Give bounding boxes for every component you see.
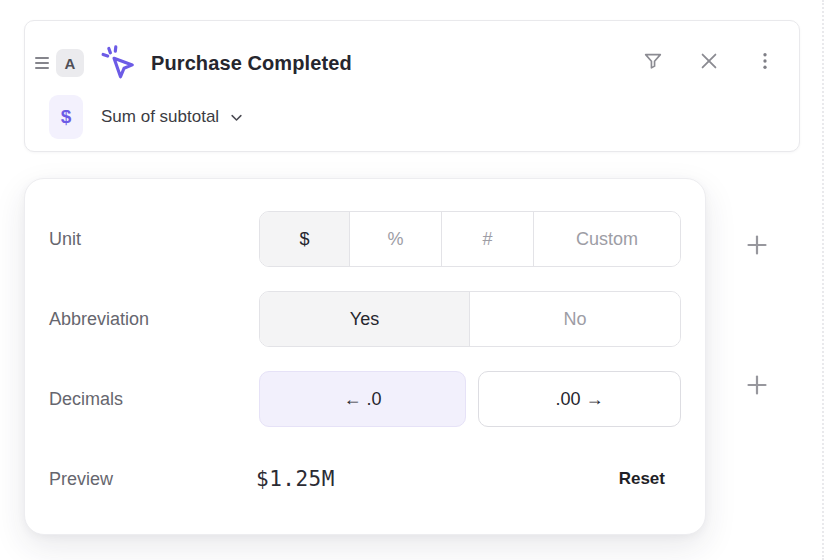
abbreviation-option-no[interactable]: No — [470, 292, 680, 346]
metric-unit-symbol: $ — [61, 106, 72, 128]
event-group-label: A — [65, 55, 76, 72]
kebab-menu-icon[interactable] — [749, 45, 781, 77]
metric-label: Sum of subtotal — [101, 107, 219, 127]
metric-unit-badge: $ — [49, 95, 83, 139]
event-card: A Purchase Completed — [24, 20, 800, 152]
decimals-row-label: Decimals — [49, 371, 123, 427]
event-group-badge: A — [56, 49, 84, 77]
chevron-down-icon — [229, 110, 244, 125]
filter-funnel-icon[interactable] — [637, 45, 669, 77]
number-format-panel: Unit $ % # Custom Abbreviation Yes No De… — [24, 178, 706, 535]
unit-option-percent[interactable]: % — [350, 212, 442, 266]
abbreviation-segmented-control: Yes No — [259, 291, 681, 347]
unit-option-custom[interactable]: Custom — [534, 212, 680, 266]
metric-row: $ Sum of subtotal — [49, 95, 244, 139]
page-edge-dotted-divider — [822, 0, 824, 560]
drag-handle-icon[interactable] — [35, 54, 49, 73]
cursor-click-icon — [99, 44, 137, 82]
preview-row-label: Preview — [49, 469, 113, 490]
unit-row-label: Unit — [49, 211, 81, 267]
decimals-decrease-button[interactable]: ← .0 — [259, 371, 466, 427]
unit-option-dollar[interactable]: $ — [260, 212, 350, 266]
preview-value: $1.25M — [256, 467, 335, 491]
reset-button[interactable]: Reset — [619, 469, 665, 489]
metric-selector[interactable]: Sum of subtotal — [101, 107, 244, 127]
close-icon[interactable] — [693, 45, 725, 77]
plus-icon — [745, 233, 769, 257]
preview-row: Preview $1.25M Reset — [49, 467, 665, 491]
abbreviation-row-label: Abbreviation — [49, 291, 149, 347]
abbreviation-option-yes[interactable]: Yes — [260, 292, 470, 346]
unit-segmented-control: $ % # Custom — [259, 211, 681, 267]
decimals-increase-button[interactable]: .00 → — [478, 371, 681, 427]
event-card-header: A Purchase Completed — [35, 43, 352, 83]
add-metric-button[interactable] — [743, 371, 771, 399]
event-actions — [637, 45, 781, 77]
add-event-button[interactable] — [743, 231, 771, 259]
plus-icon — [745, 373, 769, 397]
event-title[interactable]: Purchase Completed — [151, 52, 352, 75]
unit-option-number[interactable]: # — [442, 212, 534, 266]
